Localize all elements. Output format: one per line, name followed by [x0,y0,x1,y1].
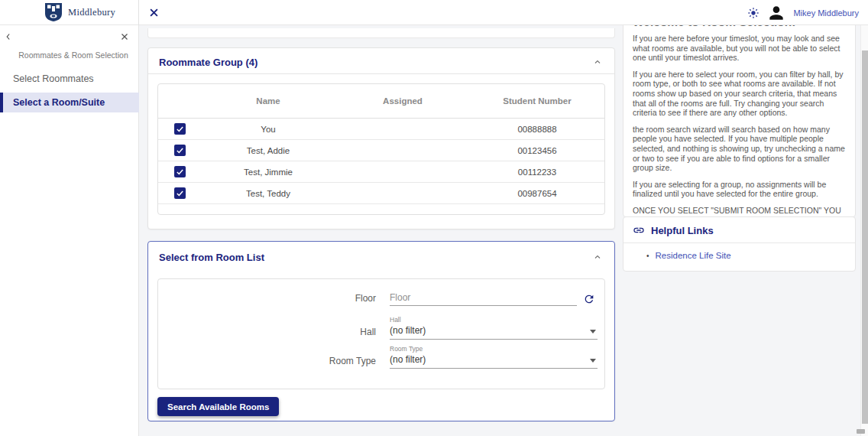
room-type-label: Room Type [158,356,376,369]
scrolled-card-remnant [147,28,615,38]
sidebar-item-select-a-room-suite[interactable]: Select a Room/Suite [0,93,139,112]
info-paragraph: ONCE YOU SELECT "SUBMIT ROOM SELECTION" … [633,206,846,217]
panel-header-divider [148,73,614,74]
info-paragraph: If you are here to select your room, you… [633,70,846,118]
vertical-scrollbar-track[interactable] [860,25,868,436]
roommate-checkbox[interactable] [174,145,186,156]
roommate-student-number: 00112233 [470,168,604,177]
column-header-name: Name [201,96,335,106]
table-row: You00888888 [158,119,604,140]
brightness-icon[interactable] [747,7,760,19]
sidebar-item-select-roommates[interactable]: Select Roommates [0,69,139,89]
roommate-name: Test, Teddy [201,189,335,198]
column-header-student-number: Student Number [470,96,604,106]
welcome-paragraphs: If you are here before your timeslot, yo… [633,34,846,217]
table-header-row: Name Assigned Student Number [158,84,604,119]
helpful-links-card: Helpful Links Residence Life Site [623,216,856,272]
welcome-title: Welcome to Room Selection! [633,25,846,29]
refresh-icon[interactable] [583,293,595,305]
hall-select[interactable]: Hall (no filter) [390,316,598,340]
collapse-chevron-icon[interactable] [593,252,602,262]
middlebury-shield-icon [44,2,63,22]
sidebar-section-label: Roommates & Room Selection [0,50,139,60]
room-type-select-value[interactable]: (no filter) [390,354,598,369]
hall-mini-label: Hall [390,316,598,324]
room-type-field-row: Room Type Room Type (no filter) [158,345,604,369]
avatar[interactable] [766,3,786,23]
main-content-area: Roommate Group (4) Name Assigned Student… [139,25,868,436]
helpful-links-title: Helpful Links [651,225,714,236]
user-name[interactable]: Mikey Middlebury [793,8,859,18]
floor-input[interactable] [390,291,577,305]
roommate-name: You [201,125,335,134]
helpful-links-header: Helpful Links [623,217,855,243]
helpful-link-item: Residence Life Site [646,251,855,260]
welcome-info-card: Welcome to Room Selection! If you are he… [623,25,856,217]
link-icon [633,224,645,236]
sidebar-close-icon[interactable] [120,32,129,41]
helpful-links-list: Residence Life Site [623,243,855,260]
room-list-panel: Select from Room List Floor Hall Hall (n… [147,241,615,421]
room-type-mini-label: Room Type [390,345,598,353]
hall-label: Hall [158,327,376,340]
info-paragraph: the room search wizard will search based… [633,125,846,173]
table-row: Test, Addie00123456 [158,140,604,161]
roommate-group-panel: Roommate Group (4) Name Assigned Student… [147,47,615,229]
scrollbar-corner [857,429,865,434]
roommate-checkbox[interactable] [174,123,186,135]
middlebury-wordmark: Middlebury [68,7,115,18]
table-body: You00888888Test, Addie00123456Test, Jimm… [158,119,604,204]
sidebar: Roommates & Room Selection Select Roomma… [0,25,139,436]
chevron-down-icon [590,330,596,334]
roommate-checkbox[interactable] [174,166,186,177]
topbar: Middlebury Mikey Middlebury [0,0,868,25]
room-filter-form: Floor Hall Hall (no filter) Room Type [157,278,605,389]
roommate-table: Name Assigned Student Number You00888888… [157,83,605,215]
info-paragraph: If you are selecting for a group, no ass… [633,180,846,199]
roommate-name: Test, Jimmie [201,168,335,177]
chevron-left-icon[interactable] [3,31,14,42]
info-paragraph: If you are here before your timeslot, yo… [633,34,846,63]
table-row: Test, Teddy00987654 [158,183,604,204]
room-type-select[interactable]: Room Type (no filter) [390,345,598,369]
roommate-student-number: 00987654 [470,189,604,198]
close-icon[interactable] [148,7,160,18]
hall-field-row: Hall Hall (no filter) [158,316,604,340]
vertical-scrollbar-thumb[interactable] [862,50,868,424]
floor-field-row: Floor [158,290,604,306]
column-header-assigned: Assigned [335,96,470,106]
floor-label: Floor [158,293,376,306]
topbar-right-cluster: Mikey Middlebury [747,0,859,25]
search-available-rooms-button[interactable]: Search Available Rooms [157,397,279,416]
roommate-student-number: 00888888 [470,125,604,134]
roommate-name: Test, Addie [201,146,335,155]
roommate-group-title: Roommate Group (4) [159,57,257,68]
floor-input-wrapper [390,290,577,306]
chevron-down-icon [590,359,596,363]
roommate-checkbox[interactable] [174,187,186,199]
topbar-divider [138,0,139,25]
middlebury-logo: Middlebury [44,2,115,22]
roommate-student-number: 00123456 [470,146,604,155]
table-row: Test, Jimmie00112233 [158,161,604,183]
room-list-title: Select from Room List [159,252,264,263]
hall-select-value[interactable]: (no filter) [390,325,598,340]
collapse-chevron-icon[interactable] [593,57,602,67]
residence-life-site-link[interactable]: Residence Life Site [656,251,731,260]
